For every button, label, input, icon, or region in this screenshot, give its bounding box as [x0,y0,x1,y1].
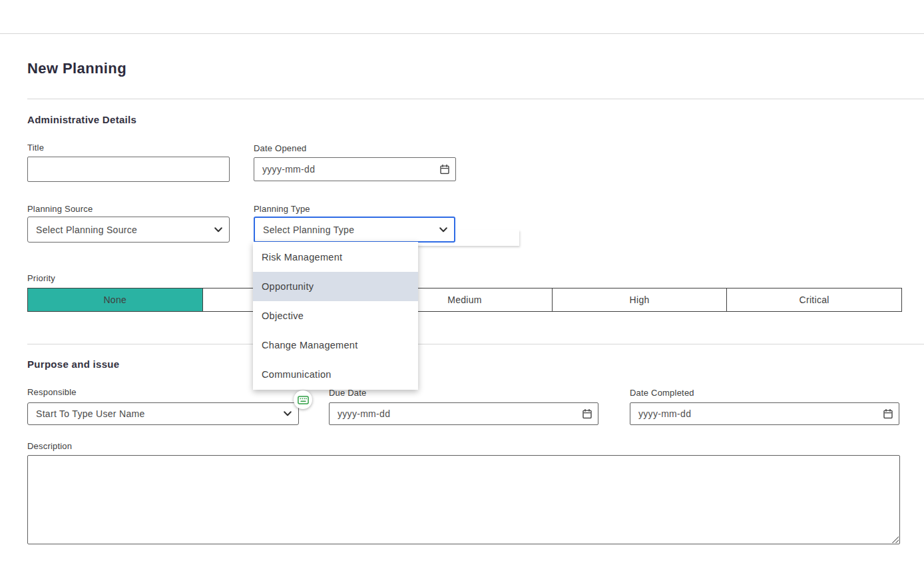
date-opened-label: Date Opened [254,143,307,153]
calendar-icon[interactable] [582,409,592,419]
priority-option-high[interactable]: High [552,288,727,311]
title-input[interactable] [27,157,230,182]
planning-source-label: Planning Source [27,204,93,214]
resize-handle[interactable] [891,535,899,543]
chevron-down-icon [214,227,222,233]
description-label: Description [27,441,72,451]
page-title: New Planning [27,60,126,77]
priority-segmented-control: None Low Medium High Critical [27,288,902,312]
dropdown-option-opportunity[interactable]: Opportunity [253,272,418,301]
planning-type-value: Select Planning Type [263,225,354,235]
due-date-field[interactable] [329,402,598,425]
keyboard-icon[interactable] [294,390,312,409]
date-opened-input[interactable] [254,157,456,181]
planning-type-select[interactable]: Select Planning Type [254,217,455,243]
due-date-input[interactable] [329,402,598,425]
priority-label: Priority [27,273,55,283]
priority-option-none[interactable]: None [28,288,202,311]
date-completed-label: Date Completed [630,388,694,398]
planning-type-label: Planning Type [254,204,310,214]
dropdown-option-objective[interactable]: Objective [253,301,418,330]
title-label: Title [27,143,44,153]
planning-source-select[interactable]: Select Planning Source [27,217,230,243]
top-divider [0,33,924,34]
planning-source-value: Select Planning Source [36,225,137,235]
description-textarea[interactable] [27,455,900,544]
chevron-down-icon [439,227,447,233]
dropdown-option-communication[interactable]: Communication [253,360,418,389]
admin-section-heading: Administrative Details [27,114,136,125]
planning-type-dropdown: Risk Management Opportunity Objective Ch… [253,242,418,390]
date-completed-input[interactable] [630,402,899,425]
purpose-section-heading: Purpose and issue [27,358,119,370]
calendar-icon[interactable] [440,165,449,175]
responsible-placeholder: Start To Type User Name [36,408,145,419]
date-opened-field[interactable] [254,157,456,181]
responsible-label: Responsible [27,387,77,397]
dropdown-option-change-management[interactable]: Change Management [253,330,418,360]
priority-option-critical[interactable]: Critical [726,288,901,311]
date-completed-field[interactable] [630,402,899,425]
title-divider [27,99,924,99]
responsible-select[interactable]: Start To Type User Name [27,402,299,425]
chevron-down-icon [284,411,292,416]
section-divider [27,344,924,344]
dropdown-option-risk-management[interactable]: Risk Management [253,243,418,272]
calendar-icon[interactable] [883,409,893,419]
